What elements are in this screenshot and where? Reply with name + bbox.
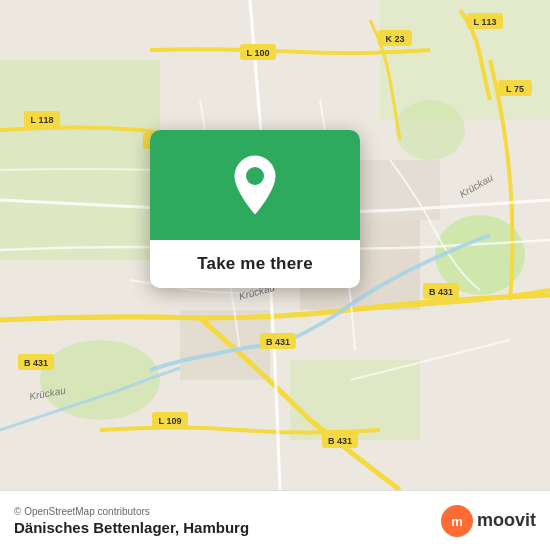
svg-point-36 — [246, 167, 264, 185]
bottom-left: © OpenStreetMap contributors Dänisches B… — [14, 506, 249, 536]
svg-text:B 431: B 431 — [266, 337, 290, 347]
svg-text:B 431: B 431 — [429, 287, 453, 297]
location-pin-icon — [229, 154, 281, 216]
moovit-brand-icon: m — [446, 510, 468, 532]
svg-text:L 113: L 113 — [474, 17, 497, 27]
svg-rect-5 — [290, 360, 420, 440]
moovit-logo[interactable]: m moovit — [441, 505, 536, 537]
svg-text:K 23: K 23 — [385, 34, 404, 44]
map-container: L 113 K 23 L 100 L 75 L 118 L 118 B 431 … — [0, 0, 550, 490]
bottom-bar: © OpenStreetMap contributors Dänisches B… — [0, 490, 550, 550]
attribution-text: © OpenStreetMap contributors — [14, 506, 249, 517]
svg-text:B 431: B 431 — [24, 358, 48, 368]
svg-rect-2 — [0, 60, 160, 260]
popup-top — [150, 130, 360, 240]
popup-card: Take me there — [150, 130, 360, 288]
moovit-icon: m — [441, 505, 473, 537]
svg-point-6 — [395, 100, 465, 160]
svg-text:L 100: L 100 — [247, 48, 270, 58]
svg-text:L 118: L 118 — [31, 115, 54, 125]
moovit-text: moovit — [477, 510, 536, 531]
svg-text:B 431: B 431 — [328, 436, 352, 446]
take-me-there-button[interactable]: Take me there — [197, 254, 313, 274]
svg-text:L 109: L 109 — [159, 416, 182, 426]
location-name: Dänisches Bettenlager, Hamburg — [14, 519, 249, 536]
svg-text:m: m — [451, 514, 463, 529]
svg-text:L 75: L 75 — [506, 84, 524, 94]
popup-bottom: Take me there — [150, 240, 360, 288]
